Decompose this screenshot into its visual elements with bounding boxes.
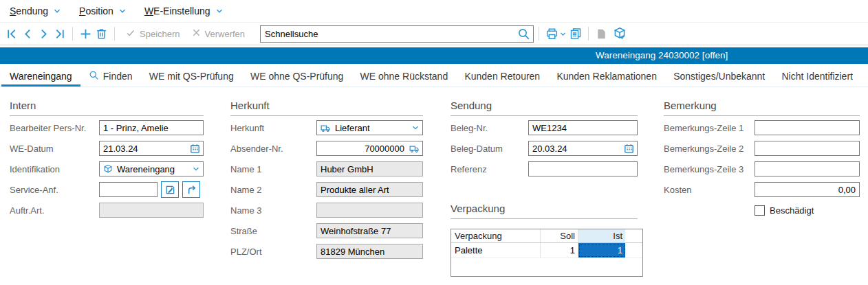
col-header-ist[interactable]: Ist	[578, 229, 625, 242]
toolbar-separator	[114, 27, 115, 41]
forward-arrow-button[interactable]	[182, 181, 200, 198]
beschaedigt-label: Beschädigt	[770, 205, 814, 216]
field-we-datum: WE-Datum	[10, 141, 204, 156]
cell-ist-selected[interactable]: 1	[578, 243, 625, 258]
kosten-input[interactable]	[755, 182, 860, 197]
goods-receipt-post-button[interactable]	[609, 25, 630, 43]
table-header-row: Verpackung Soll Ist	[451, 229, 642, 243]
save-button[interactable]: Speichern	[120, 25, 186, 43]
section-intern: Intern Bearbeiter Pers-Nr. WE-Datum Iden…	[10, 96, 204, 223]
field-bemerkung-1: Bemerkungs-Zeile 1	[664, 120, 860, 135]
table-row: Palette 1 1	[451, 243, 642, 258]
tab-wareneingang[interactable]: Wareneingang	[1, 66, 80, 87]
field-beleg-nr: Beleg-Nr.	[451, 120, 638, 135]
col-header-soll[interactable]: Soll	[541, 229, 578, 242]
field-plz-ort: PLZ/Ort	[230, 244, 423, 259]
tab-finden[interactable]: Finden	[80, 66, 141, 87]
beleg-nr-input[interactable]	[528, 120, 638, 135]
bemerkung-zeile1-input[interactable]	[755, 120, 860, 135]
beleg-datum-input[interactable]	[528, 141, 638, 156]
chevron-down-icon	[118, 7, 127, 15]
bemerkung-zeile2-input[interactable]	[755, 141, 860, 156]
search-icon[interactable]	[517, 27, 530, 43]
field-service-anf: Service-Anf.	[10, 182, 204, 197]
field-auftr-art: Auftr.Art.	[10, 203, 204, 218]
tab-kunden-reklamationen[interactable]: Kunden Reklamationen	[548, 66, 665, 87]
nav-first-button[interactable]	[4, 25, 20, 43]
form-area: Intern Bearbeiter Pers-Nr. WE-Datum Iden…	[0, 96, 868, 285]
tab-we-ohne-rueckstand[interactable]: WE ohne Rückstand	[352, 66, 457, 87]
we-datum-input[interactable]	[99, 141, 204, 156]
record-title-bar: Wareneingang 24030002 [offen]	[0, 47, 868, 64]
section-title: Sendung	[451, 100, 638, 116]
tab-we-mit-qs-pruefung[interactable]: WE mit QS-Prüfung	[141, 66, 242, 87]
field-bemerkung-2: Bemerkungs-Zeile 2	[664, 141, 860, 156]
menu-we-einstellung[interactable]: WE-Einstellung	[144, 5, 224, 16]
nav-prev-button[interactable]	[20, 25, 36, 43]
tab-we-ohne-qs-pruefung[interactable]: WE ohne QS-Prüfung	[242, 66, 351, 87]
herkunft-select[interactable]: Lieferant	[316, 120, 423, 135]
discard-label: Verwerfen	[205, 29, 246, 39]
bearbeiter-input[interactable]	[99, 120, 204, 135]
referenz-input[interactable]	[528, 161, 638, 176]
calendar-icon[interactable]	[189, 143, 201, 157]
menu-label: Position	[79, 5, 113, 16]
section-title: Herkunft	[230, 100, 423, 116]
identifikation-select[interactable]: Wareneingang	[99, 161, 204, 176]
toolbar-separator	[588, 27, 589, 41]
field-name3: Name 3	[230, 203, 423, 218]
field-absender-nr: Absender-Nr.	[230, 141, 423, 156]
tab-kunden-retouren[interactable]: Kunden Retouren	[456, 66, 548, 87]
cell-verpackung[interactable]: Palette	[451, 243, 541, 258]
nav-next-button[interactable]	[36, 25, 52, 43]
menu-position[interactable]: Position	[79, 5, 127, 16]
chevron-down-icon	[215, 7, 224, 15]
copy-button[interactable]	[567, 25, 583, 43]
check-icon	[125, 27, 136, 41]
field-beleg-datum: Beleg-Datum	[451, 141, 638, 156]
chevron-down-icon	[53, 7, 61, 15]
search-input[interactable]	[260, 25, 534, 43]
add-button[interactable]	[78, 25, 94, 43]
name3-input	[316, 203, 423, 218]
beschaedigt-checkbox[interactable]	[755, 205, 765, 216]
strasse-input	[316, 223, 423, 238]
chevron-down-icon	[559, 30, 567, 38]
service-anf-input[interactable]	[99, 182, 158, 197]
chevron-down-icon	[192, 165, 200, 173]
truck-icon	[320, 122, 332, 134]
search-icon	[89, 70, 99, 82]
menu-label: WE-Einstellung	[144, 5, 210, 16]
name1-input	[316, 161, 423, 176]
section-bemerkung: Bemerkung Bemerkungs-Zeile 1 Bemerkungs-…	[664, 96, 860, 216]
section-title: Bemerkung	[664, 100, 860, 116]
toolbar-separator	[539, 27, 539, 41]
service-request-button[interactable]	[161, 181, 179, 198]
absender-nr-input[interactable]	[316, 141, 423, 156]
chevron-down-icon	[411, 124, 420, 132]
print-button[interactable]	[544, 25, 567, 43]
document-button[interactable]	[594, 25, 609, 43]
verpackung-table: Verpackung Soll Ist Palette 1 1	[451, 229, 643, 277]
col-header-verpackung[interactable]: Verpackung	[451, 229, 541, 242]
discard-button[interactable]: Verwerfen	[186, 25, 251, 43]
tab-sonstiges-unbekannt[interactable]: Sonstiges/Unbekannt	[665, 66, 773, 87]
field-name2: Name 2	[230, 182, 423, 197]
auftr-art-input	[99, 203, 204, 218]
field-strasse: Straße	[230, 223, 423, 238]
truck-icon[interactable]	[409, 143, 420, 157]
plz-ort-input	[316, 244, 423, 259]
section-sendung: Sendung Beleg-Nr. Beleg-Datum Referenz V…	[451, 96, 638, 277]
calendar-icon[interactable]	[623, 143, 635, 157]
nav-last-button[interactable]	[52, 25, 67, 43]
bemerkung-zeile3-input[interactable]	[755, 161, 860, 176]
delete-button[interactable]	[94, 25, 109, 43]
section-herkunft: Herkunft Herkunft Lieferant Absender-Nr.	[230, 96, 423, 264]
menu-sendung[interactable]: Sendung	[10, 5, 61, 16]
tab-nicht-identifiziert[interactable]: Nicht Identifiziert	[773, 66, 860, 87]
close-icon	[191, 27, 202, 40]
quick-search	[260, 25, 534, 43]
cell-soll[interactable]: 1	[541, 243, 578, 258]
field-herkunft: Herkunft Lieferant	[230, 120, 423, 135]
menu-label: Sendung	[10, 5, 48, 16]
